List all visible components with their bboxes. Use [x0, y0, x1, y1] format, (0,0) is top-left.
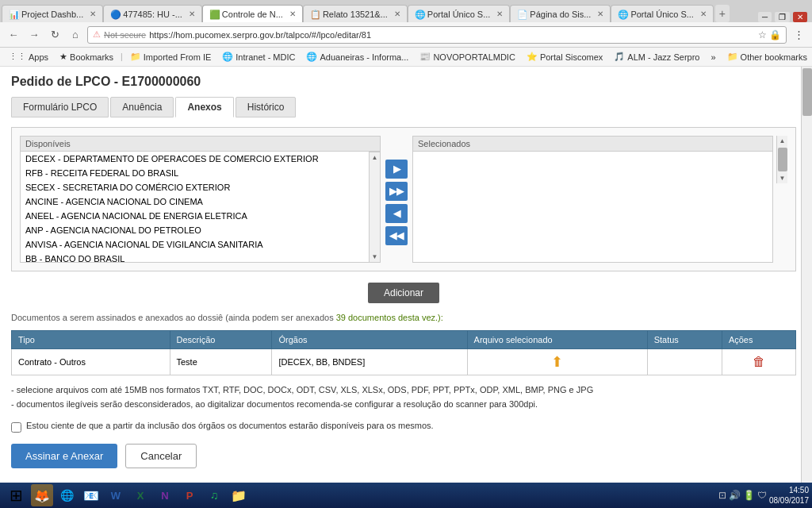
- bookmark-other[interactable]: 📁 Other bookmarks: [723, 50, 811, 64]
- cell-acoes[interactable]: 🗑: [722, 349, 795, 375]
- more-menu-button[interactable]: ⋮: [790, 26, 807, 44]
- star-icon-2: ⭐: [527, 52, 538, 62]
- security-warning: ⚠: [93, 29, 101, 40]
- tab-close-3[interactable]: ✕: [289, 10, 296, 18]
- col-descricao: Descrição: [170, 331, 272, 349]
- bookmark-intranet-label: Intranet - MDIC: [236, 52, 295, 62]
- tab-5[interactable]: 🌐 Portal Único S... ✕: [408, 5, 510, 22]
- list-item[interactable]: DECEX - DEPARTAMENTO DE OPERACOES DE COM…: [21, 152, 369, 166]
- form-tabs: Formulário LPCO Anuência Anexos Históric…: [11, 97, 796, 117]
- tab-favicon-5: 🌐: [415, 10, 424, 19]
- selected-list[interactable]: [412, 152, 773, 263]
- table-row: Contrato - Outros Teste [DECEX, BB, BNDE…: [12, 349, 796, 375]
- list-item[interactable]: RFB - RECEITA FEDERAL DO BRASIL: [21, 166, 369, 180]
- list-item[interactable]: BB - BANCO DO BRASIL: [21, 252, 369, 263]
- tab-anuencia[interactable]: Anuência: [110, 97, 174, 117]
- minimize-button[interactable]: ─: [758, 12, 772, 22]
- list-item[interactable]: SECEX - SECRETARIA DO COMÉRCIO EXTERIOR: [21, 180, 369, 194]
- tab-7[interactable]: 🌐 Portal Único S... ✕: [611, 5, 713, 22]
- bookmark-portal-siscomex[interactable]: ⭐ Portal Siscomex: [523, 50, 607, 64]
- bookmarks-bar: ⋮⋮ Apps ★ Bookmarks | 📁 Imported From IE…: [0, 48, 812, 67]
- col-acoes: Ações: [722, 331, 795, 349]
- upload-icon[interactable]: ⬆: [551, 354, 563, 370]
- tab-close-6[interactable]: ✕: [597, 10, 603, 18]
- consent-checkbox[interactable]: [11, 422, 21, 433]
- tab-4[interactable]: 📋 Relato 13521&... ✕: [303, 5, 408, 22]
- new-tab-icon: +: [719, 7, 726, 20]
- bookmark-alm-label: ALM - Jazz Serpro: [627, 52, 699, 62]
- note-1: - selecione arquivos com até 15MB nos fo…: [11, 383, 796, 398]
- cancel-button[interactable]: Cancelar: [125, 444, 197, 468]
- cell-tipo: Contrato - Outros: [12, 349, 170, 375]
- bookmark-imported-ie[interactable]: 📁 Imported From IE: [126, 50, 216, 64]
- consent-label: Estou ciente de que a partir da inclusão…: [26, 421, 434, 430]
- news-icon: 📰: [419, 52, 431, 62]
- home-button[interactable]: ⌂: [67, 26, 84, 44]
- list-item[interactable]: ANVISA - AGENCIA NACIONAL DE VIGILANCIA …: [21, 237, 369, 252]
- list-item[interactable]: ANCINE - AGENCIA NACIONAL DO CINEMA: [21, 194, 369, 209]
- back-button[interactable]: ←: [5, 26, 22, 44]
- panel-scrollbar[interactable]: ▲ ▼: [776, 136, 787, 183]
- tab-close-4[interactable]: ✕: [394, 10, 400, 18]
- bookmark-star-icon[interactable]: ☆: [758, 29, 767, 40]
- bookmark-aduaneiras[interactable]: 🌐 Aduaneiras - Informa...: [302, 50, 412, 64]
- adicionar-row: Adicionar: [11, 283, 796, 303]
- tab-label-2: 477485: HU -...: [123, 10, 182, 19]
- transfer-buttons: ▶ ▶▶ ◀ ◀◀: [381, 136, 412, 245]
- list-item[interactable]: ANEEL - AGENCIA NACIONAL DE ENERGIA ELET…: [21, 209, 369, 223]
- bm-separator-1: |: [121, 52, 123, 61]
- tab-favicon-7: 🌐: [618, 10, 627, 19]
- delete-icon[interactable]: 🗑: [753, 355, 765, 368]
- checkbox-row: Estou ciente de que a partir da inclusão…: [11, 421, 796, 433]
- bookmark-novoportal[interactable]: 📰 NOVOPORTALMDIC: [416, 50, 519, 64]
- reload-button[interactable]: ↻: [46, 26, 63, 44]
- page-content: Pedido de LPCO - E1700000060 Formulário …: [0, 67, 812, 483]
- tab-3[interactable]: 🟩 Controle de N... ✕: [202, 5, 303, 22]
- window-controls: ─ ❐ ✕: [758, 12, 810, 22]
- cell-orgaos: [DECEX, BB, BNDES]: [272, 349, 467, 375]
- tab-favicon-6: 📄: [517, 10, 527, 19]
- info-count: 39 documentos desta vez.):: [336, 313, 443, 322]
- sign-attach-button[interactable]: Assinar e Anexar: [11, 444, 117, 468]
- tab-label-3: Controle de N...: [222, 10, 283, 19]
- tab-close-5[interactable]: ✕: [496, 10, 503, 18]
- tab-6[interactable]: 📄 Página do Sis... ✕: [510, 5, 611, 22]
- available-list[interactable]: DECEX - DEPARTAMENTO DE OPERACOES DE COM…: [20, 152, 370, 263]
- tab-close-1[interactable]: ✕: [90, 10, 96, 18]
- adicionar-button[interactable]: Adicionar: [368, 283, 439, 303]
- forward-button[interactable]: →: [25, 26, 43, 44]
- cell-arquivo[interactable]: ⬆: [467, 349, 647, 375]
- tab-historico[interactable]: Histórico: [236, 97, 297, 117]
- new-tab-button[interactable]: +: [715, 5, 730, 22]
- list-item[interactable]: ANP - AGENCIA NACIONAL DO PETROLEO: [21, 223, 369, 237]
- bookmark-alm[interactable]: 🎵 ALM - Jazz Serpro: [610, 50, 703, 64]
- bookmark-imported-ie-label: Imported From IE: [144, 52, 212, 62]
- close-button[interactable]: ✕: [793, 12, 807, 22]
- bookmark-other-label: Other bookmarks: [741, 52, 807, 62]
- bookmark-more[interactable]: »: [707, 51, 719, 64]
- star-icon: ★: [59, 52, 67, 62]
- globe-icon-1: 🌐: [222, 52, 233, 62]
- page-scrollbar[interactable]: [801, 67, 812, 483]
- move-left-button[interactable]: ◀: [385, 204, 408, 223]
- bookmark-apps-label: Apps: [29, 52, 48, 62]
- available-list-wrapper: DECEX - DEPARTAMENTO DE OPERACOES DE COM…: [20, 152, 381, 263]
- bookmark-apps[interactable]: ⋮⋮ Apps: [5, 50, 52, 64]
- tab-close-7[interactable]: ✕: [700, 10, 707, 18]
- tab-2[interactable]: 🔵 477485: HU -... ✕: [103, 5, 202, 22]
- tab-close-2[interactable]: ✕: [189, 10, 195, 18]
- address-bar[interactable]: ⚠ Not secure https://hom.pucomex.serpro.…: [87, 26, 787, 44]
- extension-icon[interactable]: 🔒: [769, 29, 781, 40]
- bookmark-intranet[interactable]: 🌐 Intranet - MDIC: [218, 50, 299, 64]
- restore-button[interactable]: ❐: [775, 12, 790, 22]
- scrollbar-thumb: [802, 68, 812, 116]
- selected-box: Selecionados: [412, 136, 773, 263]
- move-all-left-button[interactable]: ◀◀: [385, 226, 408, 245]
- tab-anexos[interactable]: Anexos: [175, 97, 233, 117]
- tab-1[interactable]: 📊 Project Dashb... ✕: [2, 5, 103, 22]
- move-all-right-button[interactable]: ▶▶: [385, 182, 408, 201]
- available-list-scrollbar[interactable]: ▲ ▼: [370, 152, 381, 263]
- tab-formulario[interactable]: Formulário LPCO: [11, 97, 109, 117]
- move-right-button[interactable]: ▶: [385, 160, 408, 179]
- bookmark-bookmarks[interactable]: ★ Bookmarks: [56, 50, 117, 64]
